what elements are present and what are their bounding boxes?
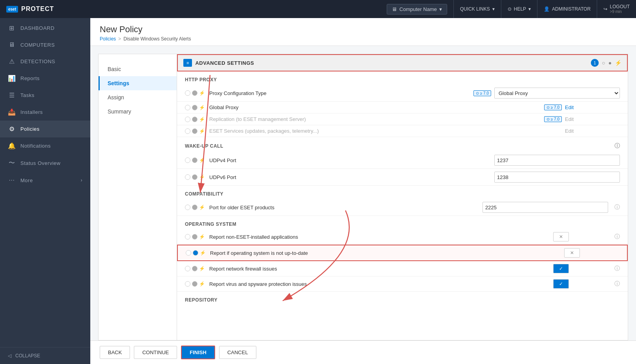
radio-report-firewall[interactable] (185, 266, 190, 271)
radio-port-older[interactable] (185, 205, 190, 210)
wizard-step-basic[interactable]: Basic (99, 62, 177, 76)
dashboard-icon: ⊞ (8, 24, 16, 32)
row-port-older-eset: ⚡ Port for older ESET products ⓘ (177, 199, 628, 216)
wake-up-info-icon[interactable]: ⓘ (614, 143, 620, 150)
label-port-older: Port for older ESET products (209, 205, 479, 210)
sidebar-item-computers[interactable]: 🖥 COMPUTERS (0, 37, 90, 53)
report-non-eset-info-icon[interactable]: ⓘ (614, 233, 620, 240)
sidebar-collapse-button[interactable]: ◁ COLLAPSE (0, 347, 90, 364)
circle-empty-icon: ○ (602, 60, 605, 66)
port-older-info-icon[interactable]: ⓘ (614, 204, 620, 211)
sidebar-nav: ⊞ DASHBOARD 🖥 COMPUTERS ⚠ DETECTIONS 📊 R… (0, 18, 90, 347)
logo-box: eset (6, 6, 18, 13)
sidebar-item-status[interactable]: 〜 Status Overview (0, 154, 90, 172)
radio-udpv6[interactable] (185, 174, 190, 180)
breadcrumb-policies-link[interactable]: Policies (100, 36, 116, 42)
label-replication: Replication (to ESET management Server) (209, 116, 541, 122)
udpv6-port-input[interactable] (494, 172, 620, 183)
circle-global-proxy (192, 105, 197, 110)
sidebar-item-installers[interactable]: 📥 Installers (0, 104, 90, 121)
radio-report-virus[interactable] (185, 281, 190, 287)
bolt-udpv6: ⚡ (199, 174, 205, 180)
label-report-virus: Report virus and spyware protection issu… (209, 281, 550, 287)
wizard-step-summary[interactable]: Summary (99, 104, 177, 119)
wizard-step-settings[interactable]: Settings (99, 76, 177, 90)
back-button[interactable]: BACK (100, 346, 130, 359)
breadcrumb-current: Disable Windows Security Alerts (123, 36, 191, 42)
label-global-proxy: Global Proxy (209, 104, 541, 110)
continue-button[interactable]: CONTINUE (134, 346, 177, 359)
radio-global-proxy[interactable] (185, 105, 190, 110)
administrator-button[interactable]: 👤 ADMINISTRATOR (537, 0, 597, 18)
edit-replication-link: Edit (565, 116, 574, 122)
notifications-icon: 🔔 (8, 142, 16, 150)
row-report-non-eset: ⚡ Report non-ESET-installed applications… (177, 229, 628, 245)
checkbox-report-os[interactable]: ✕ (564, 248, 580, 258)
edit-global-proxy-link[interactable]: Edit (565, 104, 574, 110)
advanced-settings-icon: ≡ (183, 59, 192, 67)
sidebar-label-policies: Policies (20, 126, 40, 132)
bolt-replication: ⚡ (199, 117, 205, 122)
installers-icon: 📥 (8, 108, 16, 116)
section-http-proxy-title: HTTP PROXY (177, 71, 628, 85)
sidebar-item-policies[interactable]: ⚙ Policies (0, 121, 90, 137)
wizard-steps: Basic Settings Assign Summary (98, 54, 177, 340)
quick-links-button[interactable]: QUICK LINKS ▾ (453, 0, 501, 18)
logout-button[interactable]: ↪ LOGOUT >9 min (597, 0, 636, 18)
checkbox-report-firewall[interactable]: ✓ (553, 264, 569, 273)
report-virus-info-icon[interactable]: ⓘ (614, 280, 620, 287)
sidebar-item-reports[interactable]: 📊 Reports (0, 70, 90, 87)
sidebar: eset PROTECT ⊞ DASHBOARD 🖥 COMPUTERS ⚠ D… (0, 0, 90, 364)
more-chevron-icon: › (81, 177, 83, 183)
sidebar-item-dashboard[interactable]: ⊞ DASHBOARD (0, 20, 90, 37)
sidebar-item-notifications[interactable]: 🔔 Notifications (0, 137, 90, 154)
checkbox-report-virus[interactable]: ✓ (553, 279, 569, 289)
finish-button[interactable]: FINISH (181, 346, 215, 359)
sidebar-item-detections[interactable]: ⚠ DETECTIONS (0, 53, 90, 70)
checkbox-report-non-eset[interactable]: ✕ (553, 232, 569, 241)
circle-eset-services (192, 128, 197, 134)
sidebar-label-notifications: Notifications (20, 143, 51, 149)
label-udpv6-port: UDPv6 Port (209, 174, 491, 180)
radio-report-non-eset[interactable] (185, 234, 190, 240)
circle-udpv4 (192, 157, 197, 163)
radio-report-os[interactable] (186, 250, 191, 256)
version-badge-proxy-config: ⊙ ≥ 7.0 (473, 90, 491, 96)
circle-report-os (193, 250, 198, 256)
port-older-input[interactable] (482, 202, 608, 213)
section-repository-title: REPOSITORY (177, 292, 628, 305)
radio-replication[interactable] (185, 117, 190, 122)
help-button[interactable]: ⊙ HELP ▾ (501, 0, 537, 18)
computer-name-selector[interactable]: 🖥 Computer Name ▾ (387, 4, 447, 15)
breadcrumb: Policies > Disable Windows Security Aler… (100, 36, 627, 42)
circle-report-virus (192, 281, 197, 287)
wizard-area: Basic Settings Assign Summary ≡ ADVANCED… (90, 46, 636, 340)
circle-proxy-config (192, 90, 197, 96)
sidebar-item-tasks[interactable]: ☰ Tasks (0, 87, 90, 104)
collapse-icon: ◁ (8, 353, 11, 359)
udpv4-port-input[interactable] (494, 155, 620, 166)
advanced-settings-badge: 1 (591, 59, 599, 67)
detections-icon: ⚠ (8, 58, 16, 65)
page-header: New Policy Policies > Disable Windows Se… (90, 18, 636, 46)
sidebar-label-computers: COMPUTERS (20, 42, 55, 48)
bolt-report-firewall: ⚡ (199, 266, 205, 271)
report-firewall-info-icon[interactable]: ⓘ (614, 265, 620, 272)
tasks-icon: ☰ (8, 91, 16, 99)
bolt-global-proxy: ⚡ (199, 105, 205, 110)
circle-udpv6 (192, 174, 197, 180)
wizard-step-assign[interactable]: Assign (99, 90, 177, 104)
radio-proxy-config[interactable] (185, 90, 190, 96)
help-chevron-icon: ▾ (528, 6, 531, 12)
radio-udpv4[interactable] (185, 157, 190, 163)
sidebar-label-reports: Reports (20, 75, 40, 81)
settings-panel: ≡ ADVANCED SETTINGS 1 ○ ● ⚡ HTTP PROXY ⚡ (177, 54, 628, 340)
radio-eset-services[interactable] (185, 128, 190, 134)
proxy-config-select[interactable]: Global Proxy No Proxy Manual (494, 88, 620, 99)
cancel-button[interactable]: CANCEL (219, 346, 256, 359)
sidebar-label-dashboard: DASHBOARD (20, 25, 55, 31)
sidebar-item-more[interactable]: ··· More › (0, 172, 90, 188)
sidebar-label-more: More (20, 177, 33, 183)
bolt-udpv4: ⚡ (199, 157, 205, 163)
bolt-report-virus: ⚡ (199, 281, 205, 287)
